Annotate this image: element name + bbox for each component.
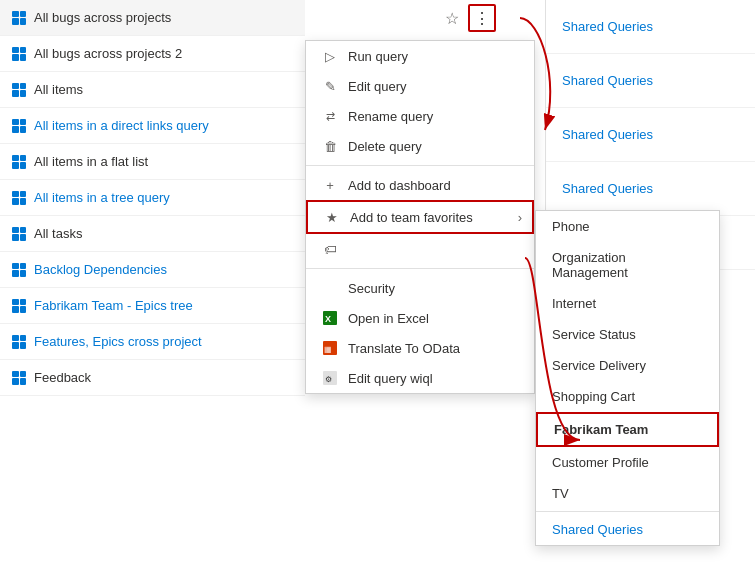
svg-text:X: X bbox=[325, 314, 331, 324]
grid-icon-2 bbox=[12, 47, 26, 61]
menu-add-dashboard[interactable]: + Add to dashboard bbox=[306, 170, 534, 200]
submenu-service-status-label: Service Status bbox=[552, 327, 636, 342]
dashboard-icon: + bbox=[322, 177, 338, 193]
shared-query-label-4: Shared Queries bbox=[562, 181, 653, 196]
excel-icon: X bbox=[322, 310, 338, 326]
security-icon bbox=[322, 280, 338, 296]
query-label-5: All items in a flat list bbox=[34, 154, 148, 169]
menu-wiql-label: Edit query wiql bbox=[348, 371, 433, 386]
menu-security[interactable]: Security bbox=[306, 273, 534, 303]
submenu-tv[interactable]: TV bbox=[536, 478, 719, 509]
query-item-6[interactable]: All items in a tree query bbox=[0, 180, 305, 216]
submenu-team-favorites: Phone Organization Management Internet S… bbox=[535, 210, 720, 546]
query-label-4: All items in a direct links query bbox=[34, 118, 209, 133]
tag-icon: 🏷 bbox=[322, 241, 338, 257]
query-item-10[interactable]: Features, Epics cross project bbox=[0, 324, 305, 360]
grid-icon-7 bbox=[12, 227, 26, 241]
query-item-4[interactable]: All items in a direct links query bbox=[0, 108, 305, 144]
query-list: All bugs across projects All bugs across… bbox=[0, 0, 305, 396]
menu-excel-label: Open in Excel bbox=[348, 311, 429, 326]
submenu-phone-label: Phone bbox=[552, 219, 590, 234]
menu-team-favorites[interactable]: ★ Add to team favorites › bbox=[306, 200, 534, 234]
submenu-shopping-cart[interactable]: Shopping Cart bbox=[536, 381, 719, 412]
star-icon: ☆ bbox=[445, 9, 459, 28]
three-dot-icon: ⋮ bbox=[474, 9, 490, 28]
query-label-7: All tasks bbox=[34, 226, 82, 241]
menu-delete-label: Delete query bbox=[348, 139, 422, 154]
menu-divider-2 bbox=[306, 268, 534, 269]
menu-open-excel[interactable]: X Open in Excel bbox=[306, 303, 534, 333]
submenu-customer-profile[interactable]: Customer Profile bbox=[536, 447, 719, 478]
submenu-divider bbox=[536, 511, 719, 512]
query-label-10: Features, Epics cross project bbox=[34, 334, 202, 349]
menu-edit-label: Edit query bbox=[348, 79, 407, 94]
menu-rename-label: Rename query bbox=[348, 109, 433, 124]
svg-text:⚙: ⚙ bbox=[325, 375, 332, 384]
chevron-right-icon: › bbox=[518, 210, 522, 225]
query-item-11[interactable]: Feedback bbox=[0, 360, 305, 396]
menu-tag[interactable]: 🏷 bbox=[306, 234, 534, 264]
grid-icon-5 bbox=[12, 155, 26, 169]
menu-edit-query[interactable]: ✎ Edit query bbox=[306, 71, 534, 101]
grid-icon-11 bbox=[12, 371, 26, 385]
submenu-shared-queries-label: Shared Queries bbox=[552, 522, 643, 537]
odata-icon: ▦ bbox=[322, 340, 338, 356]
menu-wiql[interactable]: ⚙ Edit query wiql bbox=[306, 363, 534, 393]
submenu-org[interactable]: Organization Management bbox=[536, 242, 719, 288]
menu-run-query[interactable]: ▷ Run query bbox=[306, 41, 534, 71]
submenu-fabrikam-label: Fabrikam Team bbox=[554, 422, 648, 437]
menu-run-label: Run query bbox=[348, 49, 408, 64]
query-label-11: Feedback bbox=[34, 370, 91, 385]
grid-icon-4 bbox=[12, 119, 26, 133]
query-label-1: All bugs across projects bbox=[34, 10, 171, 25]
query-item-3[interactable]: All items bbox=[0, 72, 305, 108]
query-label-8: Backlog Dependencies bbox=[34, 262, 167, 277]
favorites-icon: ★ bbox=[324, 209, 340, 225]
menu-divider-1 bbox=[306, 165, 534, 166]
submenu-service-status[interactable]: Service Status bbox=[536, 319, 719, 350]
submenu-shopping-cart-label: Shopping Cart bbox=[552, 389, 635, 404]
svg-text:▦: ▦ bbox=[324, 345, 332, 354]
submenu-fabrikam-team[interactable]: Fabrikam Team bbox=[536, 412, 719, 447]
grid-icon-8 bbox=[12, 263, 26, 277]
shared-query-item-3[interactable]: Shared Queries bbox=[546, 108, 755, 162]
submenu-internet[interactable]: Internet bbox=[536, 288, 719, 319]
delete-icon: 🗑 bbox=[322, 138, 338, 154]
star-button[interactable]: ☆ bbox=[440, 4, 464, 32]
query-label-2: All bugs across projects 2 bbox=[34, 46, 182, 61]
shared-query-label-1: Shared Queries bbox=[562, 19, 653, 34]
grid-icon-1 bbox=[12, 11, 26, 25]
shared-query-item-4[interactable]: Shared Queries bbox=[546, 162, 755, 216]
query-label-6: All items in a tree query bbox=[34, 190, 170, 205]
menu-dashboard-label: Add to dashboard bbox=[348, 178, 451, 193]
shared-query-item-1[interactable]: Shared Queries bbox=[546, 0, 755, 54]
query-item-9[interactable]: Fabrikam Team - Epics tree bbox=[0, 288, 305, 324]
grid-icon-6 bbox=[12, 191, 26, 205]
submenu-customer-label: Customer Profile bbox=[552, 455, 649, 470]
grid-icon-3 bbox=[12, 83, 26, 97]
menu-security-label: Security bbox=[348, 281, 395, 296]
query-item-7[interactable]: All tasks bbox=[0, 216, 305, 252]
submenu-service-delivery[interactable]: Service Delivery bbox=[536, 350, 719, 381]
wiql-icon: ⚙ bbox=[322, 370, 338, 386]
three-dot-button[interactable]: ⋮ bbox=[468, 4, 496, 32]
submenu-org-label: Organization Management bbox=[552, 250, 703, 280]
menu-odata-label: Translate To OData bbox=[348, 341, 460, 356]
query-item-5[interactable]: All items in a flat list bbox=[0, 144, 305, 180]
query-label-3: All items bbox=[34, 82, 83, 97]
query-item-1[interactable]: All bugs across projects bbox=[0, 0, 305, 36]
menu-favorites-label: Add to team favorites bbox=[350, 210, 473, 225]
grid-icon-10 bbox=[12, 335, 26, 349]
shared-query-label-2: Shared Queries bbox=[562, 73, 653, 88]
shared-query-item-2[interactable]: Shared Queries bbox=[546, 54, 755, 108]
grid-icon-9 bbox=[12, 299, 26, 313]
submenu-shared-queries[interactable]: Shared Queries bbox=[536, 514, 719, 545]
menu-odata[interactable]: ▦ Translate To OData bbox=[306, 333, 534, 363]
query-item-8[interactable]: Backlog Dependencies bbox=[0, 252, 305, 288]
submenu-service-delivery-label: Service Delivery bbox=[552, 358, 646, 373]
menu-delete-query[interactable]: 🗑 Delete query bbox=[306, 131, 534, 161]
submenu-phone[interactable]: Phone bbox=[536, 211, 719, 242]
menu-rename-query[interactable]: ⇄ Rename query bbox=[306, 101, 534, 131]
run-icon: ▷ bbox=[322, 48, 338, 64]
query-item-2[interactable]: All bugs across projects 2 bbox=[0, 36, 305, 72]
